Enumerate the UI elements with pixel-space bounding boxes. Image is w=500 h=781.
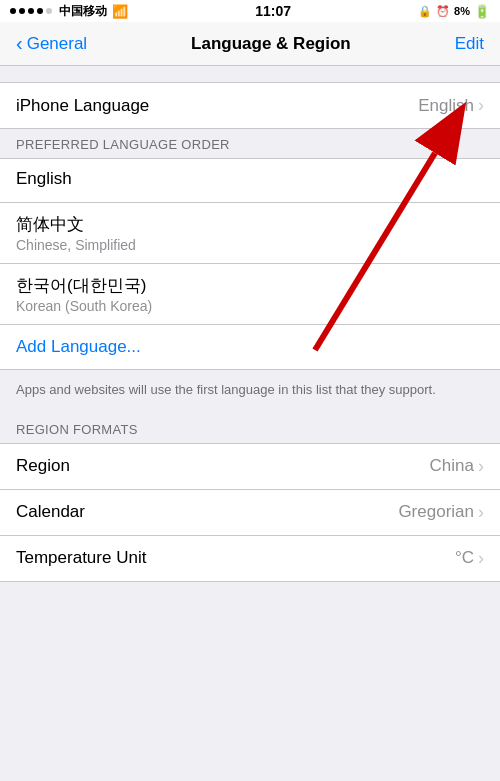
- back-button[interactable]: ‹ General: [16, 34, 87, 54]
- temperature-value: °C ›: [455, 548, 484, 569]
- calendar-value-text: Gregorian: [398, 502, 474, 522]
- edit-button[interactable]: Edit: [455, 34, 484, 54]
- region-row[interactable]: Region China ›: [0, 444, 500, 490]
- region-value-text: China: [430, 456, 474, 476]
- region-formats-header: REGION FORMATS: [0, 414, 500, 443]
- back-label: General: [27, 34, 87, 54]
- iphone-language-value: English ›: [418, 95, 484, 116]
- language-item-chinese[interactable]: 简体中文 Chinese, Simplified: [0, 203, 500, 264]
- status-bar-time: 11:07: [255, 3, 291, 19]
- lock-icon: 🔒: [418, 5, 432, 18]
- calendar-label: Calendar: [16, 502, 85, 522]
- iphone-language-section: iPhone Language English ›: [0, 82, 500, 129]
- preferred-languages-section: English 简体中文 Chinese, Simplified 한국어(대한민…: [0, 158, 500, 370]
- calendar-row[interactable]: Calendar Gregorian ›: [0, 490, 500, 536]
- iphone-language-row[interactable]: iPhone Language English ›: [0, 83, 500, 128]
- carrier-label: 中国移动: [59, 3, 107, 20]
- chevron-left-icon: ‹: [16, 33, 23, 53]
- temperature-value-text: °C: [455, 548, 474, 568]
- chevron-right-calendar: ›: [478, 502, 484, 523]
- chevron-right-temperature: ›: [478, 548, 484, 569]
- language-primary-chinese: 简体中文: [16, 213, 484, 236]
- battery-percent: 8%: [454, 5, 470, 17]
- language-primary-english: English: [16, 169, 484, 189]
- temperature-label: Temperature Unit: [16, 548, 146, 568]
- language-primary-korean: 한국어(대한민국): [16, 274, 484, 297]
- iphone-language-value-text: English: [418, 96, 474, 116]
- page-title: Language & Region: [191, 34, 351, 54]
- temperature-row[interactable]: Temperature Unit °C ›: [0, 536, 500, 581]
- battery-icon: 🔋: [474, 4, 490, 19]
- region-value: China ›: [430, 456, 484, 477]
- preferred-language-header: PREFERRED LANGUAGE ORDER: [0, 129, 500, 158]
- status-bar-left: 中国移动 📶: [10, 3, 128, 20]
- signal-dots: [10, 8, 52, 14]
- language-item-english[interactable]: English: [0, 159, 500, 203]
- top-spacer: [0, 66, 500, 82]
- nav-bar: ‹ General Language & Region Edit: [0, 22, 500, 66]
- add-language-button[interactable]: Add Language...: [0, 325, 500, 369]
- region-label: Region: [16, 456, 70, 476]
- region-formats-section: Region China › Calendar Gregorian › Temp…: [0, 443, 500, 582]
- language-secondary-chinese: Chinese, Simplified: [16, 237, 484, 253]
- language-item-korean[interactable]: 한국어(대한민국) Korean (South Korea): [0, 264, 500, 325]
- status-bar: 中国移动 📶 11:07 🔒 ⏰ 8% 🔋: [0, 0, 500, 22]
- info-text: Apps and websites will use the first lan…: [0, 370, 500, 414]
- language-secondary-korean: Korean (South Korea): [16, 298, 484, 314]
- wifi-icon: 📶: [112, 4, 128, 19]
- calendar-value: Gregorian ›: [398, 502, 484, 523]
- alarm-icon: ⏰: [436, 5, 450, 18]
- chevron-right-region: ›: [478, 456, 484, 477]
- chevron-right-icon: ›: [478, 95, 484, 116]
- iphone-language-label: iPhone Language: [16, 96, 149, 116]
- status-bar-right: 🔒 ⏰ 8% 🔋: [418, 4, 490, 19]
